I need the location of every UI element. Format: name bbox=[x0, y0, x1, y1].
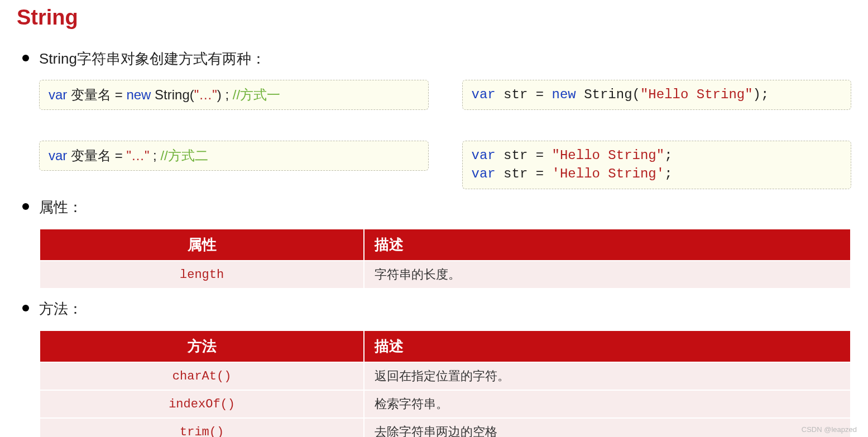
code-content: var str = "Hello String"; var str = 'Hel… bbox=[472, 147, 842, 183]
methods-header-name: 方法 bbox=[40, 330, 364, 362]
code-token: "…" bbox=[126, 148, 149, 163]
code-token: 变量名 = bbox=[71, 148, 126, 163]
right-col: var str = new String("Hello String"); va… bbox=[462, 80, 852, 189]
table-cell-name: indexOf() bbox=[40, 390, 364, 418]
table-cell-desc: 去除字符串两边的空格 bbox=[364, 418, 851, 437]
code-token: str = bbox=[503, 148, 552, 163]
code-token: "Hello String" bbox=[552, 148, 665, 163]
code-token: ; bbox=[664, 166, 672, 181]
props-header-name: 属性 bbox=[40, 229, 364, 261]
table-row: indexOf()检索字符串。 bbox=[40, 390, 851, 418]
table-header-row: 方法 描述 bbox=[40, 330, 851, 362]
code-token: var bbox=[49, 148, 71, 163]
code-token: ) ; bbox=[217, 87, 233, 102]
table-row: charAt()返回在指定位置的字符。 bbox=[40, 362, 851, 390]
code-token: ; bbox=[149, 148, 160, 163]
code-token: //方式二 bbox=[160, 148, 208, 163]
props-header-desc: 描述 bbox=[364, 229, 851, 261]
methods-row: 方法： bbox=[22, 299, 851, 319]
code-token: str = bbox=[503, 166, 552, 181]
table-row: trim()去除字符串两边的空格 bbox=[40, 418, 851, 437]
watermark: CSDN @leapzed bbox=[802, 425, 857, 434]
table-cell-desc: 返回在指定位置的字符。 bbox=[364, 362, 851, 390]
code-box-right-1: var str = new String("Hello String"); bbox=[462, 80, 852, 110]
intro-row: String字符串对象创建方式有两种： bbox=[22, 49, 851, 69]
table-cell-name: length bbox=[40, 261, 364, 289]
table-cell-name: charAt() bbox=[40, 362, 364, 390]
code-columns: var 变量名 = new String("…") ; //方式一 var 变量… bbox=[39, 80, 851, 189]
bullet-icon bbox=[22, 55, 29, 61]
code-content: var 变量名 = new String("…") ; //方式一 bbox=[49, 87, 280, 102]
table-cell-desc: 字符串的长度。 bbox=[364, 261, 851, 289]
code-token: new bbox=[126, 87, 155, 102]
code-token: str = bbox=[503, 87, 552, 102]
bullet-icon bbox=[22, 305, 29, 311]
methods-table: 方法 描述 charAt()返回在指定位置的字符。indexOf()检索字符串。… bbox=[39, 330, 851, 437]
code-token: var bbox=[472, 166, 504, 181]
methods-label: 方法： bbox=[39, 299, 83, 319]
table-header-row: 属性 描述 bbox=[40, 229, 851, 261]
code-content: var 变量名 = "…" ; //方式二 bbox=[49, 148, 208, 163]
code-token: //方式一 bbox=[233, 87, 280, 102]
code-token: 变量名 = bbox=[71, 87, 126, 102]
props-row: 属性： bbox=[22, 198, 851, 217]
props-label: 属性： bbox=[39, 198, 83, 217]
page-title: String bbox=[17, 6, 851, 30]
table-row: length字符串的长度。 bbox=[40, 261, 851, 289]
code-token: String( bbox=[584, 87, 640, 102]
code-token: "…" bbox=[194, 87, 217, 102]
code-token: var bbox=[472, 148, 504, 163]
code-token: 'Hello String' bbox=[552, 166, 665, 181]
code-content: var str = new String("Hello String"); bbox=[472, 86, 842, 104]
code-box-left-2: var 变量名 = "…" ; //方式二 bbox=[39, 141, 429, 171]
code-token: var bbox=[49, 87, 71, 102]
table-cell-desc: 检索字符串。 bbox=[364, 390, 851, 418]
code-token: String( bbox=[155, 87, 194, 102]
code-token: ; bbox=[664, 148, 672, 163]
intro-text: String字符串对象创建方式有两种： bbox=[39, 49, 266, 69]
code-token: ); bbox=[753, 87, 769, 102]
table-cell-name: trim() bbox=[40, 418, 364, 437]
code-box-left-1: var 变量名 = new String("…") ; //方式一 bbox=[39, 80, 429, 110]
methods-header-desc: 描述 bbox=[364, 330, 851, 362]
bullet-icon bbox=[22, 203, 29, 210]
code-token: new bbox=[552, 87, 584, 102]
code-box-right-2: var str = "Hello String"; var str = 'Hel… bbox=[462, 141, 852, 189]
code-token: "Hello String" bbox=[640, 87, 753, 102]
left-col: var 变量名 = new String("…") ; //方式一 var 变量… bbox=[39, 80, 429, 189]
code-token: var bbox=[472, 87, 504, 102]
props-table: 属性 描述 length字符串的长度。 bbox=[39, 228, 851, 289]
